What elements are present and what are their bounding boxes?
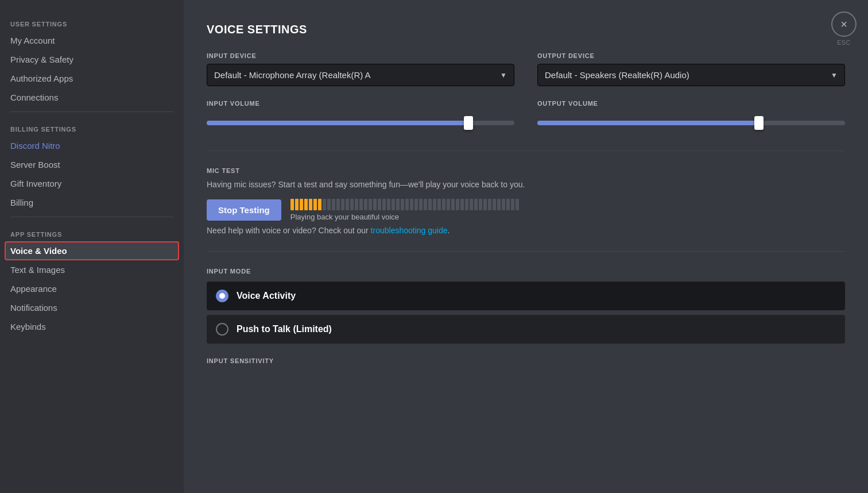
output-device-col: OUTPUT DEVICE Default - Speakers (Realte…: [537, 52, 845, 86]
mic-bar: [405, 199, 409, 210]
mic-bar: [346, 199, 349, 210]
mic-bar: [424, 199, 427, 210]
volume-row: INPUT VOLUME OUTPUT VOLUME: [207, 100, 845, 134]
mic-bar: [488, 199, 491, 210]
troubleshooting-guide-link[interactable]: troubleshooting guide: [371, 226, 448, 235]
input-device-label: INPUT DEVICE: [207, 52, 514, 59]
close-icon: ×: [840, 18, 847, 31]
mic-bar: [493, 199, 496, 210]
mic-bar: [327, 199, 331, 210]
mic-bar: [341, 199, 344, 210]
mic-bar: [364, 199, 367, 210]
sidebar-item-my-account[interactable]: My Account: [5, 31, 179, 50]
mic-bar: [442, 199, 445, 210]
close-button[interactable]: ×: [831, 11, 857, 37]
mic-bar: [456, 199, 459, 210]
mic-bar: [414, 199, 418, 210]
mic-bar: [387, 199, 390, 210]
mic-bar: [309, 199, 312, 210]
help-text: Need help with voice or video? Check out…: [207, 226, 845, 235]
mic-bar: [479, 199, 482, 210]
output-volume-label: OUTPUT VOLUME: [537, 100, 845, 107]
output-volume-fill: [537, 121, 759, 125]
mic-bar: [470, 199, 473, 210]
mic-bar: [392, 199, 395, 210]
input-volume-track: [207, 121, 514, 125]
app-settings-label: APP SETTINGS: [5, 222, 179, 240]
playing-text: Playing back your beautiful voice: [290, 213, 845, 221]
mic-bar: [447, 199, 450, 210]
user-settings-label: USER SETTINGS: [5, 11, 179, 30]
mic-bar: [290, 199, 294, 210]
sidebar-item-gift-inventory[interactable]: Gift Inventory: [5, 174, 179, 193]
voice-activity-radio: [216, 290, 228, 302]
main-content: × ESC VOICE SETTINGS INPUT DEVICE Defaul…: [184, 0, 868, 493]
mic-bar: [373, 199, 377, 210]
input-device-select[interactable]: Default - Microphone Array (Realtek(R) A: [207, 64, 514, 86]
input-mode-label: INPUT MODE: [207, 268, 845, 275]
sidebar-item-notifications[interactable]: Notifications: [5, 298, 179, 317]
mic-bar: [332, 199, 335, 210]
mic-test-description: Having mic issues? Start a test and say …: [207, 179, 845, 191]
sidebar-item-authorized-apps[interactable]: Authorized Apps: [5, 69, 179, 88]
stop-testing-button[interactable]: Stop Testing: [207, 199, 281, 221]
mic-bar: [465, 199, 468, 210]
push-to-talk-radio: [216, 323, 228, 336]
mic-bar: [359, 199, 363, 210]
mic-bar: [419, 199, 423, 210]
mic-bar: [502, 199, 505, 210]
sidebar: USER SETTINGS My Account Privacy & Safet…: [0, 0, 184, 493]
mic-bar: [300, 199, 303, 210]
push-to-talk-option[interactable]: Push to Talk (Limited): [207, 315, 845, 344]
mic-bar: [483, 199, 487, 210]
mic-bar: [497, 199, 501, 210]
output-volume-col: OUTPUT VOLUME: [537, 100, 845, 134]
mic-bar: [313, 199, 317, 210]
mic-test-label: MIC TEST: [207, 167, 845, 174]
input-device-wrapper: Default - Microphone Array (Realtek(R) A…: [207, 64, 514, 86]
input-volume-fill: [207, 121, 468, 125]
section-divider-input-mode: [207, 251, 845, 252]
output-volume-thumb[interactable]: [754, 116, 764, 130]
input-volume-thumb[interactable]: [464, 116, 473, 130]
mic-bar: [474, 199, 478, 210]
input-device-col: INPUT DEVICE Default - Microphone Array …: [207, 52, 514, 86]
device-row: INPUT DEVICE Default - Microphone Array …: [207, 52, 845, 86]
section-divider-mic: [207, 151, 845, 151]
mic-bar: [511, 199, 514, 210]
mic-bar: [336, 199, 340, 210]
mic-visualizer: [290, 199, 845, 210]
mic-test-row: Stop Testing Playing back your beautiful…: [207, 199, 845, 221]
sidebar-item-privacy-safety[interactable]: Privacy & Safety: [5, 50, 179, 69]
sidebar-divider-app: [10, 217, 173, 217]
sidebar-divider-billing: [10, 111, 173, 112]
mic-test-section: MIC TEST Having mic issues? Start a test…: [207, 167, 845, 235]
sidebar-item-appearance[interactable]: Appearance: [5, 279, 179, 298]
mic-bar: [355, 199, 358, 210]
billing-settings-label: BILLING SETTINGS: [5, 117, 179, 135]
mic-bar: [433, 199, 436, 210]
mic-bar: [304, 199, 308, 210]
mic-bar: [410, 199, 413, 210]
voice-activity-option[interactable]: Voice Activity: [207, 282, 845, 310]
input-sensitivity-label: INPUT SENSITIVITY: [207, 357, 845, 364]
mic-bar: [516, 199, 519, 210]
sidebar-item-billing[interactable]: Billing: [5, 193, 179, 212]
input-volume-col: INPUT VOLUME: [207, 100, 514, 134]
sidebar-item-keybinds[interactable]: Keybinds: [5, 317, 179, 336]
voice-activity-label: Voice Activity: [237, 291, 296, 301]
help-text-pre: Need help with voice or video? Check out…: [207, 226, 371, 235]
sidebar-item-text-images[interactable]: Text & Images: [5, 260, 179, 279]
sidebar-item-connections[interactable]: Connections: [5, 88, 179, 107]
mic-bar: [295, 199, 299, 210]
sidebar-item-discord-nitro[interactable]: Discord Nitro: [5, 136, 179, 155]
output-device-select[interactable]: Default - Speakers (Realtek(R) Audio): [538, 64, 844, 86]
sidebar-item-server-boost[interactable]: Server Boost: [5, 155, 179, 174]
close-button-wrapper: × ESC: [831, 11, 857, 46]
mic-bar: [451, 199, 455, 210]
page-title: VOICE SETTINGS: [207, 23, 845, 36]
mic-bar: [323, 199, 326, 210]
sidebar-item-voice-video[interactable]: Voice & Video: [5, 241, 179, 260]
input-mode-section: INPUT MODE Voice Activity Push to Talk (…: [207, 268, 845, 344]
output-device-wrapper: Default - Speakers (Realtek(R) Audio) ▼: [537, 64, 845, 86]
